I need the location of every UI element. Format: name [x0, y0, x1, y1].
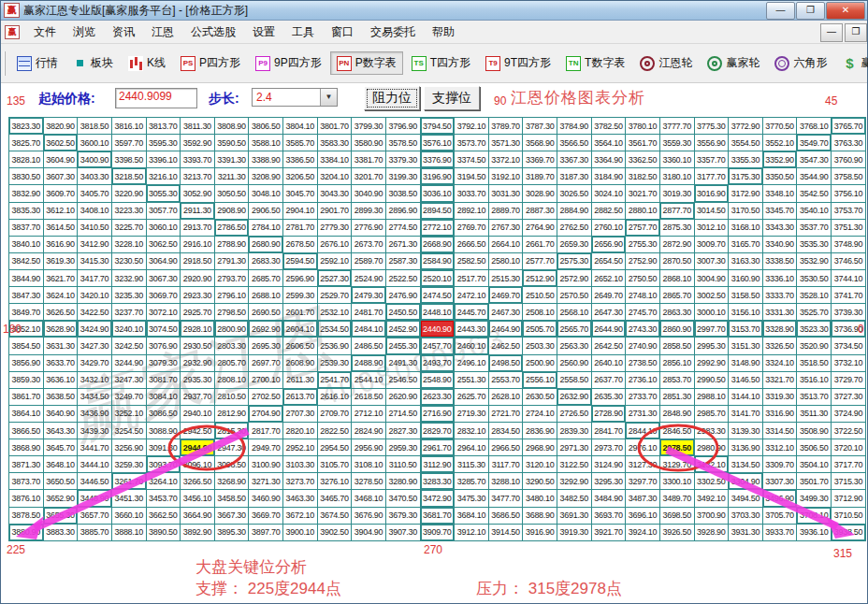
gann-cell: 3103.30 [283, 456, 318, 473]
gann-cell: 2824.90 [352, 422, 386, 439]
gann-cell: 2517.70 [455, 269, 489, 286]
menu-item-设置[interactable]: 设置 [244, 22, 283, 43]
gann-cell: 3703.30 [729, 507, 763, 524]
gann-cell: 3842.50 [9, 252, 44, 269]
start-price-input[interactable]: 2440.9099 [115, 88, 197, 108]
gann-cell: 3206.50 [283, 168, 318, 185]
gann-cell: 3004.90 [694, 269, 729, 286]
support-button[interactable]: 支撑位 [424, 86, 480, 110]
toolbar-button-label: 赢家轮 [726, 55, 760, 71]
gann-cell: 3180.10 [659, 168, 694, 185]
toolbar-button-赢家轮[interactable]: 赢家轮 [701, 51, 766, 75]
gann-cell: 3160.90 [729, 269, 763, 286]
toolbar-button-T数字表[interactable]: TNT数字表 [559, 51, 631, 75]
gann-cell: 2498.50 [488, 354, 523, 371]
gann-cell: 3415.30 [78, 252, 112, 269]
gann-cell: 3048.10 [249, 185, 283, 202]
gann-cell: 3866.50 [9, 422, 44, 439]
toolbar-button-板块[interactable]: 板块 [66, 51, 120, 75]
gann-cell: 2529.70 [317, 287, 352, 304]
menu-item-资讯[interactable]: 资讯 [104, 22, 143, 43]
gann-cell: 2956.90 [352, 439, 386, 456]
gann-cell: 3158.50 [729, 287, 763, 304]
menu-item-江恩[interactable]: 江恩 [143, 22, 182, 43]
gann-cell: 2589.70 [352, 252, 386, 269]
gann-cell: 3264.10 [146, 473, 181, 490]
gann-cell: 2990.50 [694, 371, 729, 388]
menu-item-窗口[interactable]: 窗口 [323, 22, 362, 43]
menu-item-交易委托[interactable]: 交易委托 [362, 22, 424, 43]
toolbar-button-江恩轮[interactable]: 江恩轮 [633, 51, 699, 75]
gann-cell: 3148.90 [729, 354, 763, 371]
gann-cell: 3333.70 [762, 287, 797, 304]
menu-item-文件[interactable]: 文件 [25, 22, 65, 43]
mdi-restore-button[interactable]: ❐ [845, 23, 867, 42]
gann-cell: 2508.10 [523, 304, 557, 321]
gann-cell: 3715.30 [832, 473, 866, 490]
toolbar-button-行情[interactable]: 行情 [10, 51, 65, 75]
gann-cell: 2527.30 [317, 269, 352, 286]
gann-cell: 3043.30 [317, 185, 352, 202]
gann-cell: 3852.10 [9, 321, 44, 338]
analysis-title: 江恩价格图表分析 [511, 87, 645, 108]
toolbar-button-9T四方形[interactable]: T99T四方形 [479, 51, 557, 75]
gann-cell: 3799.30 [352, 118, 386, 135]
menu-item-帮助[interactable]: 帮助 [424, 22, 463, 43]
gann-cell: 3535.30 [797, 236, 832, 252]
gann-cell: 3328.90 [762, 321, 797, 338]
gann-cell: 2668.90 [420, 236, 455, 252]
gann-cell: 3026.50 [557, 185, 592, 202]
gann-cell: 2899.30 [352, 202, 386, 219]
gann-cell: 3446.50 [78, 473, 112, 490]
gann-cell: 2880.10 [626, 202, 660, 219]
gann-cell: 2556.10 [523, 371, 557, 388]
gann-cell: 3888.10 [111, 524, 146, 540]
toolbar-grip [4, 51, 6, 76]
menu-item-公式选股[interactable]: 公式选股 [182, 22, 244, 43]
gann-cell: 3280.90 [385, 473, 420, 490]
toolbar-button-K线[interactable]: K线 [122, 51, 172, 75]
toolbar-button-P四方形[interactable]: PSP四方形 [174, 51, 247, 75]
gann-cell: 3614.50 [43, 219, 78, 236]
minimize-button[interactable]: — [766, 2, 795, 20]
toolbar-button-T四方形[interactable]: TST四方形 [405, 51, 477, 75]
toolbar-button-六角形[interactable]: 六角形 [768, 51, 833, 75]
gann-cell: 2709.70 [317, 405, 352, 422]
gann-cell: 2661.70 [523, 236, 557, 252]
gann-cell: 2640.10 [591, 354, 626, 371]
gann-cell: 2740.90 [626, 338, 660, 354]
gann-cell: 3787.30 [523, 118, 557, 135]
toolbar-button-P数字表[interactable]: PNP数字表 [330, 51, 403, 75]
gann-cell: 2563.30 [557, 338, 592, 354]
gann-cell: 2520.10 [420, 269, 455, 286]
toolbar-button-赢家服务[interactable]: $赢家服务 [835, 51, 868, 75]
gann-cell: 3194.50 [455, 168, 489, 185]
gann-cell: 2500.90 [523, 354, 557, 371]
toolbar-button-9P四方形[interactable]: P99P四方形 [249, 51, 328, 75]
chevron-down-icon[interactable]: ▼ [320, 89, 337, 106]
gann-cell: 3900.10 [283, 524, 318, 540]
gann-cell: 3045.70 [283, 185, 318, 202]
gann-cell: 3252.10 [111, 405, 146, 422]
gann-cell: 3410.50 [78, 219, 112, 236]
mdi-minimize-button[interactable]: — [820, 23, 843, 42]
menu-item-工具[interactable]: 工具 [283, 22, 323, 43]
gann-cell: 3547.30 [797, 151, 832, 168]
step-select[interactable]: 2.4 ▼ [252, 88, 338, 107]
gann-cell: 2988.10 [694, 388, 729, 405]
resistance-button[interactable]: 阻力位 [364, 86, 420, 110]
gann-cell: 3828.10 [9, 151, 44, 168]
close-button[interactable]: ✕ [826, 2, 865, 20]
menu-item-浏览[interactable]: 浏览 [65, 22, 104, 43]
maximize-button[interactable]: ❐ [796, 2, 825, 20]
gann-cell: 3501.70 [797, 473, 832, 490]
gann-cell: 2892.10 [455, 202, 489, 219]
gann-cell: 3122.50 [557, 456, 592, 473]
gann-cell: 3633.70 [43, 354, 78, 371]
gann-cell: 3290.50 [523, 473, 557, 490]
gann-cell: 3247.30 [111, 371, 146, 388]
gann-cell: 3007.30 [694, 252, 729, 269]
gann-cell: 2800.90 [214, 321, 249, 338]
gann-cell: 3516.10 [797, 371, 832, 388]
gann-cell: 2889.70 [488, 202, 523, 219]
